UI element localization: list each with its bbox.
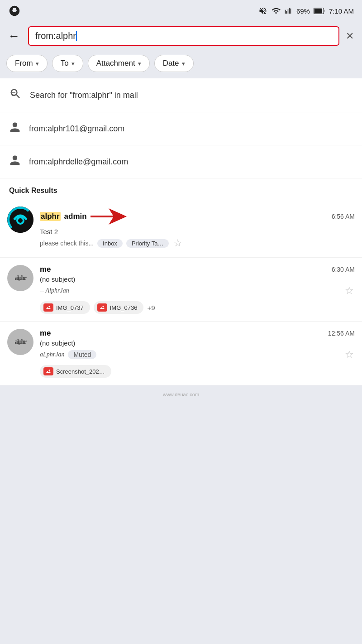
avatar-me-2: alphr [7,329,33,355]
text-cursor [76,31,77,41]
svg-marker-5 [90,208,127,225]
email-sender-2: me [40,265,51,274]
email-sender-3: me [40,329,51,338]
person-icon-2 [9,154,21,169]
red-arrow-annotation [90,207,136,226]
preview-text-1: please check this... [40,240,94,247]
battery-percentage: 69% [296,7,310,15]
status-time: 7:10 AM [329,7,354,15]
sender-name-3: me [40,329,51,338]
filter-date-label: Date [163,59,179,68]
email-preview-2: -- AlphrJan ☆ [40,284,355,298]
svg-point-4 [18,218,23,223]
battery-icon [314,7,325,14]
email-item-1[interactable]: alphr admin 6:56 AM Test 2 please check … [0,199,362,258]
back-button[interactable]: ← [5,27,24,45]
email-body-3: me 12:56 AM (no subject) aLphrJan Muted … [40,329,355,378]
email-preview-1: please check this... Inbox Priority Ta… … [40,236,355,250]
chevron-down-icon: ▾ [182,60,185,67]
email-sender-1: alphr admin [40,207,136,226]
email-item-2[interactable]: alphr me 6:30 AM (no subject) -- AlphrJa… [0,258,362,322]
svg-rect-8 [99,305,105,310]
preview-italic-2: -- AlphrJan [40,287,69,294]
email-item-3[interactable]: alphr me 12:56 AM (no subject) aLphrJan … [0,322,362,385]
suggestion-person-1-text: from:alphr101@gmail.com [29,124,124,134]
search-area: ← from:alphr ✕ [0,22,362,50]
avatar-alphr-1 [7,207,33,233]
attachment-img-0737[interactable]: IMG_0737 [40,301,90,314]
status-bar-left [8,5,21,17]
star-button-2[interactable]: ☆ [344,284,355,298]
attachment-icon-3 [43,367,53,375]
svg-rect-1 [314,9,322,14]
preview-italic-3: aLphrJan [40,351,64,358]
attachment-img-0736[interactable]: IMG_0736 [94,301,144,314]
sender-rest-1: admin [64,212,87,221]
filter-from[interactable]: From ▾ [6,55,48,72]
suggestion-person-2[interactable]: from:alphrdelle@gmail.com [0,145,362,178]
filter-bar: From ▾ To ▾ Attachment ▾ Date ▾ [0,50,362,78]
attachment-name-1: IMG_0737 [56,304,84,311]
email-body-2: me 6:30 AM (no subject) -- AlphrJan ☆ IM… [40,265,355,314]
snapchat-icon [8,5,21,17]
avatar-me-1: alphr [7,265,33,291]
suggestion-search-text: Search for "from:alphr" in mail [30,91,138,100]
search-input-wrapper[interactable]: from:alphr [28,26,339,46]
filter-date[interactable]: Date ▾ [154,55,194,72]
svg-point-11 [49,370,50,371]
clear-button[interactable]: ✕ [344,29,356,44]
chevron-down-icon: ▾ [71,60,75,67]
filter-from-label: From [15,59,33,68]
suggestion-person-2-text: from:alphrdelle@gmail.com [29,157,128,167]
sender-name-2: me [40,265,51,274]
email-time-2: 6:30 AM [332,266,355,273]
attachment-screenshot[interactable]: Screenshot_202… [40,365,111,378]
star-button-1[interactable]: ☆ [172,236,183,250]
suggestions-list: Search for "from:alphr" in mail from:alp… [0,78,362,385]
attachment-icon-2 [97,303,107,312]
email-time-3: 12:56 AM [328,330,355,337]
tag-priority: Priority Ta… [126,239,169,248]
status-bar: 69% 7:10 AM [0,0,362,22]
svg-point-9 [102,306,104,307]
suggestion-search[interactable]: Search for "from:alphr" in mail [0,78,362,112]
mute-icon [258,6,267,15]
chevron-down-icon: ▾ [36,60,39,67]
email-top-row-3: me 12:56 AM [40,329,355,338]
quick-results-label: Quick Results [0,178,362,199]
filter-attachment[interactable]: Attachment ▾ [88,55,150,72]
attachment-icon-1 [43,303,53,312]
wifi-icon [271,6,281,15]
tag-inbox: Inbox [97,239,123,248]
email-subject-3: (no subject) [40,339,355,347]
chevron-down-icon: ▾ [138,60,141,67]
back-icon: ← [8,29,20,43]
status-bar-right: 69% 7:10 AM [258,6,354,15]
search-input[interactable]: from:alphr [35,31,76,41]
sender-highlight-1: alphr [40,212,61,221]
star-button-3[interactable]: ☆ [344,348,355,361]
email-body-1: alphr admin 6:56 AM Test 2 please check … [40,207,355,250]
email-subject-1: Test 2 [40,228,355,235]
email-top-row-1: alphr admin 6:56 AM [40,207,355,226]
filter-to[interactable]: To ▾ [52,55,83,72]
person-icon [9,121,21,136]
signal-icon [285,6,293,15]
email-time-1: 6:56 AM [332,213,355,220]
email-subject-2: (no subject) [40,275,355,283]
muted-badge: Muted [68,350,96,359]
filter-to-label: To [61,59,69,68]
svg-point-7 [49,306,50,307]
watermark: www.deuac.com [0,388,362,401]
svg-rect-10 [45,369,52,374]
email-preview-3: aLphrJan Muted ☆ [40,348,355,361]
search-lines-icon [9,87,22,103]
attachment-row-2: IMG_0737 IMG_0736 +9 [40,301,355,314]
email-top-row-2: me 6:30 AM [40,265,355,274]
attachment-name-2: IMG_0736 [110,304,138,311]
suggestion-person-1[interactable]: from:alphr101@gmail.com [0,112,362,145]
svg-rect-6 [45,305,52,310]
attachment-name-3: Screenshot_202… [56,368,105,375]
filter-attachment-label: Attachment [96,59,135,68]
attachment-row-3: Screenshot_202… [40,365,355,378]
